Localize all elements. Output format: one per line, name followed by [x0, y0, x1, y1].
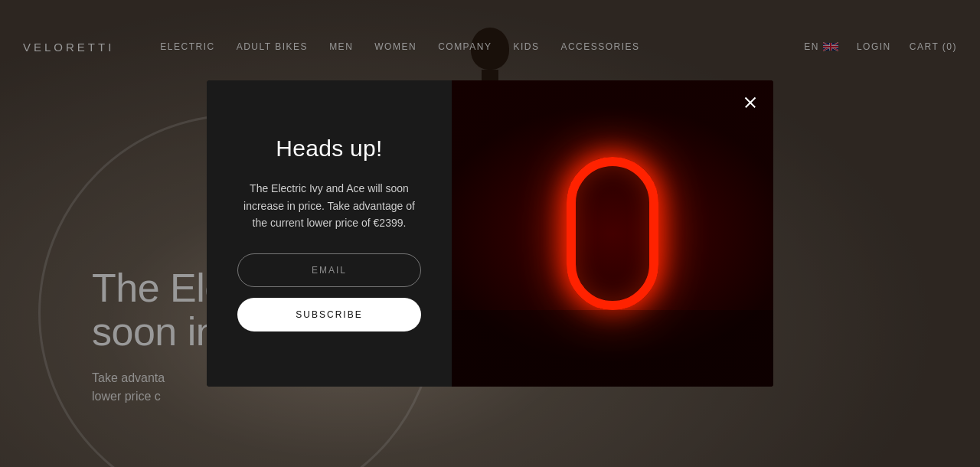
modal-left-panel: Heads up! The Electric Ivy and Ace will …	[207, 80, 452, 387]
modal-right-overlay	[452, 310, 773, 387]
modal-right-panel	[452, 80, 773, 387]
modal-overlay[interactable]: Heads up! The Electric Ivy and Ace will …	[0, 0, 980, 467]
close-icon	[744, 96, 756, 108]
subscribe-button[interactable]: SUBSCRIBE	[237, 298, 421, 331]
popup-modal: Heads up! The Electric Ivy and Ace will …	[207, 80, 773, 387]
modal-body-text: The Electric Ivy and Ace will soon incre…	[237, 180, 421, 231]
modal-close-button[interactable]	[740, 91, 761, 113]
email-input[interactable]	[237, 253, 421, 287]
modal-title: Heads up!	[276, 136, 382, 162]
glow-o-shape	[567, 157, 658, 310]
